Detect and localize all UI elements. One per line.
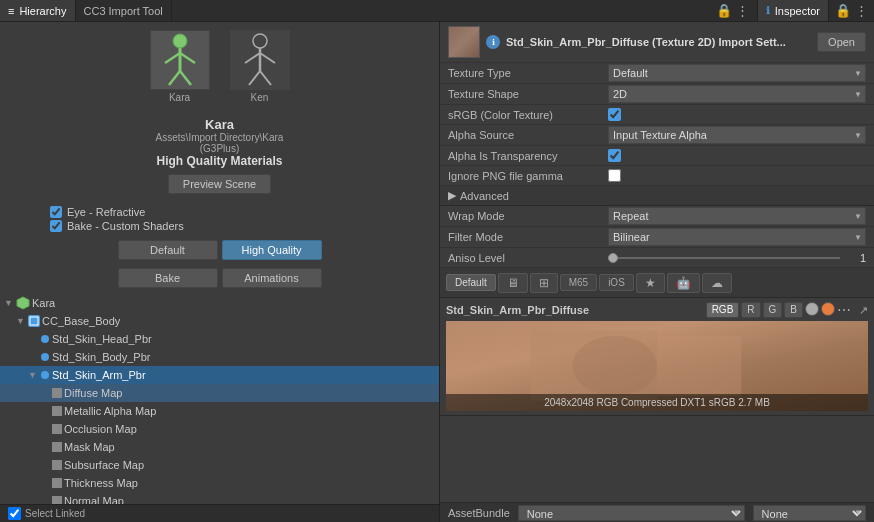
platform-tab-default[interactable]: Default	[446, 274, 496, 291]
texture-info-icon[interactable]: ↗	[859, 304, 868, 317]
asset-thumbnail	[448, 26, 480, 58]
tree-item[interactable]: Std_Skin_Body_Pbr	[0, 348, 439, 366]
default-button[interactable]: Default	[118, 240, 218, 260]
tab-hierarchy[interactable]: ≡ Hierarchy	[0, 0, 76, 21]
tree-item-label: Metallic Alpha Map	[64, 405, 156, 417]
tab-inspector[interactable]: ℹ Inspector	[757, 0, 829, 21]
platform-tab-pc[interactable]: 🖥	[498, 273, 528, 293]
svg-rect-21	[52, 442, 62, 452]
svg-line-11	[260, 71, 271, 85]
texture-type-select-wrapper[interactable]: Default	[608, 64, 866, 82]
filter-mode-select[interactable]: Bilinear	[608, 228, 866, 246]
tree-item[interactable]: Std_Skin_Head_Pbr	[0, 330, 439, 348]
inspector-tab-label: Inspector	[775, 5, 820, 17]
wrap-mode-label: Wrap Mode	[448, 210, 608, 222]
platform-tab-star[interactable]: ★	[636, 273, 665, 293]
asset-bundle-variant-wrapper[interactable]: None	[753, 505, 866, 521]
alpha-source-select[interactable]: Input Texture Alpha	[608, 126, 866, 144]
svg-point-31	[573, 336, 657, 396]
tree-view[interactable]: ▼Kara▼CC_Base_BodyStd_Skin_Head_PbrStd_S…	[0, 292, 439, 504]
inspector-lock-icon[interactable]: 🔒	[835, 3, 851, 18]
asset-bundle-variant-select[interactable]: None	[753, 505, 866, 521]
svg-rect-23	[52, 478, 62, 488]
bake-button[interactable]: Bake	[118, 268, 218, 288]
avatar-ken[interactable]: Ken	[230, 30, 290, 103]
tree-item[interactable]: Diffuse Map	[0, 384, 439, 402]
tree-item[interactable]: Mask Map	[0, 438, 439, 456]
svg-point-0	[173, 34, 187, 48]
platform-tab-cloud[interactable]: ☁	[702, 273, 732, 293]
tree-toggle[interactable]: ▼	[4, 298, 14, 308]
aniso-slider[interactable]	[608, 257, 840, 259]
asset-bundle-label: AssetBundle	[448, 507, 510, 519]
ch-dot-extra[interactable]	[821, 302, 835, 316]
ch-tab-r[interactable]: R	[741, 302, 760, 318]
tree-item-label: Kara	[32, 297, 55, 309]
tree-item[interactable]: Occlusion Map	[0, 420, 439, 438]
svg-rect-30	[657, 336, 741, 396]
filter-mode-label: Filter Mode	[448, 231, 608, 243]
lock-icon[interactable]: 🔒	[716, 3, 732, 18]
tree-item[interactable]: Thickness Map	[0, 474, 439, 492]
srgb-checkbox[interactable]	[608, 108, 621, 121]
advanced-label: Advanced	[460, 190, 509, 202]
channel-menu-icon[interactable]: ⋯	[837, 302, 851, 318]
preview-scene-button[interactable]: Preview Scene	[168, 174, 271, 194]
ch-dot-alpha[interactable]	[805, 302, 819, 316]
tree-item[interactable]: Normal Map	[0, 492, 439, 504]
select-linked-row: Select Linked	[8, 507, 85, 520]
tree-item[interactable]: ▼Kara	[0, 294, 439, 312]
eye-refractive-checkbox[interactable]	[50, 206, 62, 218]
tree-item[interactable]: ▼Std_Skin_Arm_Pbr	[0, 366, 439, 384]
bake-custom-checkbox[interactable]	[50, 220, 62, 232]
ken-avatar-img	[230, 30, 290, 90]
ch-tab-g[interactable]: G	[763, 302, 783, 318]
avatar-kara[interactable]: Kara	[150, 30, 210, 103]
srgb-row: sRGB (Color Texture)	[440, 105, 874, 125]
filter-mode-select-wrapper[interactable]: Bilinear	[608, 228, 866, 246]
platform-tab-win[interactable]: ⊞	[530, 273, 558, 293]
alpha-transparency-checkbox[interactable]	[608, 149, 621, 162]
platform-tab-ios[interactable]: iOS	[599, 274, 634, 291]
tree-item-label: Normal Map	[64, 495, 124, 504]
tree-item-label: Diffuse Map	[64, 387, 123, 399]
wrap-mode-select[interactable]: Repeat	[608, 207, 866, 225]
alpha-source-select-wrapper[interactable]: Input Texture Alpha	[608, 126, 866, 144]
asset-bundle-select[interactable]: None	[518, 505, 745, 521]
svg-line-8	[245, 53, 260, 63]
texture-type-row: Texture Type Default	[440, 63, 874, 84]
svg-line-4	[169, 71, 180, 85]
texture-shape-select[interactable]: 2D	[608, 85, 866, 103]
svg-rect-19	[52, 406, 62, 416]
char-name: Kara	[0, 117, 439, 132]
advanced-section-header[interactable]: ▶ Advanced	[440, 186, 874, 206]
tree-toggle[interactable]: ▼	[28, 370, 38, 380]
tree-item[interactable]: Subsurface Map	[0, 456, 439, 474]
asset-name: Std_Skin_Arm_Pbr_Diffuse (Texture 2D) Im…	[506, 36, 811, 48]
svg-line-2	[165, 53, 180, 63]
ignore-png-checkbox[interactable]	[608, 169, 621, 182]
platform-tab-m65[interactable]: M65	[560, 274, 597, 291]
texture-canvas: 2048x2048 RGB Compressed DXT1 sRGB 2.7 M…	[446, 321, 868, 411]
high-quality-button[interactable]: High Quality	[222, 240, 322, 260]
ch-tab-b[interactable]: B	[784, 302, 803, 318]
tab-cc3-import[interactable]: CC3 Import Tool	[76, 0, 172, 21]
bake-custom-row: Bake - Custom Shaders	[50, 220, 184, 232]
texture-type-label: Texture Type	[448, 67, 608, 79]
texture-type-select[interactable]: Default	[608, 64, 866, 82]
open-button[interactable]: Open	[817, 32, 866, 52]
tree-item[interactable]: Metallic Alpha Map	[0, 402, 439, 420]
ch-tab-rgb[interactable]: RGB	[706, 302, 740, 318]
tree-toggle[interactable]: ▼	[16, 316, 26, 326]
animations-button[interactable]: Animations	[222, 268, 322, 288]
asset-bundle-select-wrapper[interactable]: None	[518, 505, 745, 521]
tree-item[interactable]: ▼CC_Base_Body	[0, 312, 439, 330]
texture-shape-select-wrapper[interactable]: 2D	[608, 85, 866, 103]
alpha-source-label: Alpha Source	[448, 129, 608, 141]
select-linked-checkbox[interactable]	[8, 507, 21, 520]
platform-tab-android[interactable]: 🤖	[667, 273, 700, 293]
wrap-mode-select-wrapper[interactable]: Repeat	[608, 207, 866, 225]
inspector-more-icon[interactable]: ⋮	[855, 3, 868, 18]
more-icon[interactable]: ⋮	[736, 3, 749, 18]
asset-header: ℹ Std_Skin_Arm_Pbr_Diffuse (Texture 2D) …	[440, 22, 874, 63]
